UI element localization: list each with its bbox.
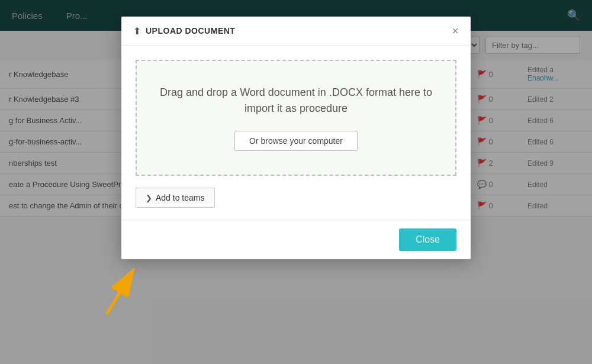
upload-icon: ⬆ [133, 25, 141, 37]
dropzone-instructions: Drag and drop a Word document in .DOCX f… [155, 85, 437, 117]
add-to-teams-label: Add to teams [156, 193, 205, 202]
file-dropzone[interactable]: Drag and drop a Word document in .DOCX f… [136, 60, 456, 176]
add-to-teams-button[interactable]: ❯ Add to teams [136, 188, 215, 208]
modal-body: Drag and drop a Word document in .DOCX f… [121, 46, 471, 220]
chevron-right-icon: ❯ [146, 194, 152, 202]
close-modal-button[interactable]: Close [399, 228, 456, 251]
modal-header: ⬆ UPLOAD DOCUMENT × [121, 17, 471, 46]
modal-title: UPLOAD DOCUMENT [146, 26, 235, 36]
modal-close-button[interactable]: × [452, 25, 459, 37]
modal-footer: Close [121, 220, 471, 259]
browse-computer-button[interactable]: Or browse your computer [234, 131, 358, 151]
upload-document-modal: ⬆ UPLOAD DOCUMENT × Drag and drop a Word… [121, 17, 471, 259]
